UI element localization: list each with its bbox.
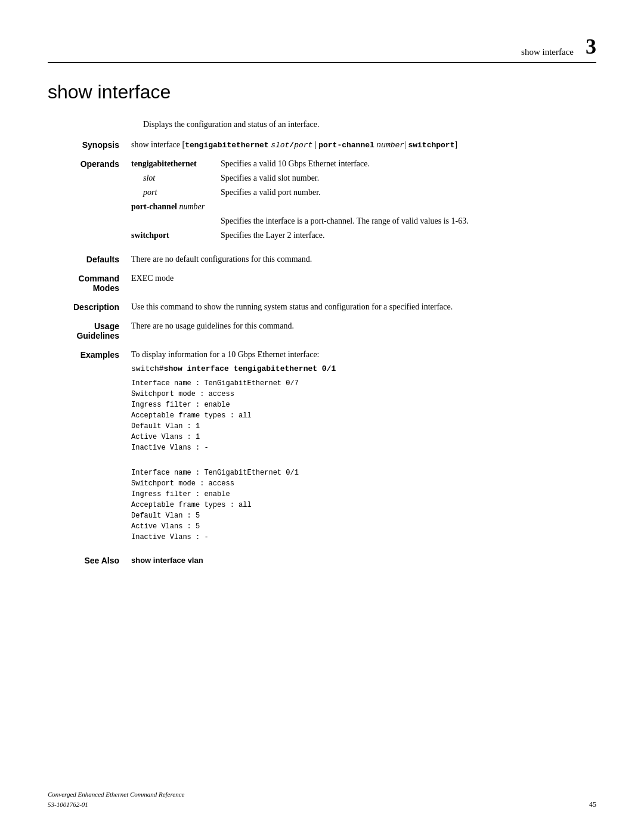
synopsis-keyword2: port-channel [318,141,374,150]
page-description: Displays the configuration and status of… [143,120,596,129]
operand-desc-switchport: Specifies the Layer 2 interface. [221,231,596,245]
header-title: show interface [521,47,574,57]
operand-term-port: port [131,188,221,202]
command-text: show interface tengigabitethernet 0/1 [164,364,336,373]
operand-bold-switchport: switchport [131,231,169,240]
operand-term-portchannel: port-channel number [131,202,221,216]
command-modes-row: CommandModes EXEC mode [48,274,596,302]
operands-table: tengigabitethernet Specifies a valid 10 … [131,159,596,245]
see-also-content: show interface vlan [131,556,596,575]
synopsis-content: show interface [tengigabitethernet slot/… [131,140,596,159]
operand-desc-portchannel [221,202,596,216]
operand-term-switchport: switchport [131,231,221,245]
examples-label: Examples [48,350,131,556]
command-prefix: switch# [131,364,164,373]
operand-italic-port: port [131,188,157,197]
operand-term-tengiga: tengigabitethernet [131,159,221,174]
operand-item-slot: slot Specifies a valid slot number. [131,174,596,188]
synopsis-suffix: ] [454,140,457,149]
synopsis-prefix: show interface [ [131,140,185,149]
examples-command: switch#show interface tengigabitethernet… [131,364,596,373]
usage-guidelines-row: UsageGuidelines There are no usage guide… [48,321,596,350]
operand-item-port: port Specifies a valid port number. [131,188,596,202]
examples-intro: To display information for a 10 Gbps Eth… [131,350,596,360]
operand-item-switchport: switchport Specifies the Layer 2 interfa… [131,231,596,245]
examples-output-block1: Interface name : TenGigabitEthernet 0/7 … [131,378,596,453]
main-title: show interface [48,81,596,103]
operand-item-portchannel: port-channel number [131,202,596,216]
operand-desc-slot: Specifies a valid slot number. [221,174,596,188]
operand-bold-portchannel: port-channel [131,202,177,211]
defaults-label: Defaults [48,255,131,274]
see-also-label: See Also [48,556,131,575]
content-table: Synopsis show interface [tengigabitether… [48,140,596,575]
synopsis-param2: port [294,141,312,150]
synopsis-slash: / [289,141,294,150]
synopsis-sep2: | [312,140,318,149]
footer-left-line1: Converged Enhanced Ethernet Command Refe… [48,789,185,800]
page: show interface 3 show interface Displays… [0,0,644,833]
operand-desc-port: Specifies a valid port number. [221,188,596,202]
command-modes-content: EXEC mode [131,274,596,302]
description-row: Description Use this command to show the… [48,302,596,321]
usage-guidelines-content: There are no usage guidelines for this c… [131,321,596,350]
synopsis-row: Synopsis show interface [tengigabitether… [48,140,596,159]
footer-right: 45 [589,800,596,809]
operand-item-tengigabitethernet: tengigabitethernet Specifies a valid 10 … [131,159,596,174]
page-header: show interface 3 [48,36,596,63]
operands-row: Operands tengigabitethernet Specifies a … [48,159,596,255]
page-footer: Converged Enhanced Ethernet Command Refe… [48,789,596,809]
operand-term-slot: slot [131,174,221,188]
synopsis-keyword3: switchport [408,141,454,150]
footer-left-line2: 53-1001762-01 [48,800,185,810]
operand-portchannel-desc: Specifies the interface is a port-channe… [221,216,596,231]
examples-spacer [131,457,596,464]
see-also-row: See Also show interface vlan [48,556,596,575]
operand-bold-tengiga: tengigabitethernet [131,159,197,168]
synopsis-param3: number [376,141,404,150]
operand-italic-slot: slot [131,174,155,182]
usage-guidelines-label: UsageGuidelines [48,321,131,350]
synopsis-text: show interface [tengigabitethernet slot/… [131,140,457,149]
command-modes-label-text: CommandModes [79,274,119,293]
operand-portchannel-desc-spacer [131,216,221,231]
footer-left: Converged Enhanced Ethernet Command Refe… [48,789,185,809]
usage-guidelines-label-text: UsageGuidelines [76,321,119,340]
description-content: Use this command to show the running sys… [131,302,596,321]
defaults-content: There are no default configurations for … [131,255,596,274]
see-also-link: show interface vlan [131,556,203,565]
synopsis-label: Synopsis [48,140,131,159]
synopsis-param1: slot [271,141,289,150]
examples-content: To display information for a 10 Gbps Eth… [131,350,596,556]
examples-output-block2: Interface name : TenGigabitEthernet 0/1 … [131,467,596,543]
operand-portchannel-desc-row: Specifies the interface is a port-channe… [131,216,596,231]
operands-content: tengigabitethernet Specifies a valid 10 … [131,159,596,255]
operands-label: Operands [48,159,131,255]
operand-italic-number: number [177,202,205,211]
synopsis-keyword1: tengigabitethernet [185,141,268,150]
defaults-row: Defaults There are no default configurat… [48,255,596,274]
command-modes-label: CommandModes [48,274,131,302]
operand-desc-tengiga: Specifies a valid 10 Gbps Ethernet inter… [221,159,596,174]
header-page-number: 3 [586,36,596,57]
description-label: Description [48,302,131,321]
examples-row: Examples To display information for a 10… [48,350,596,556]
